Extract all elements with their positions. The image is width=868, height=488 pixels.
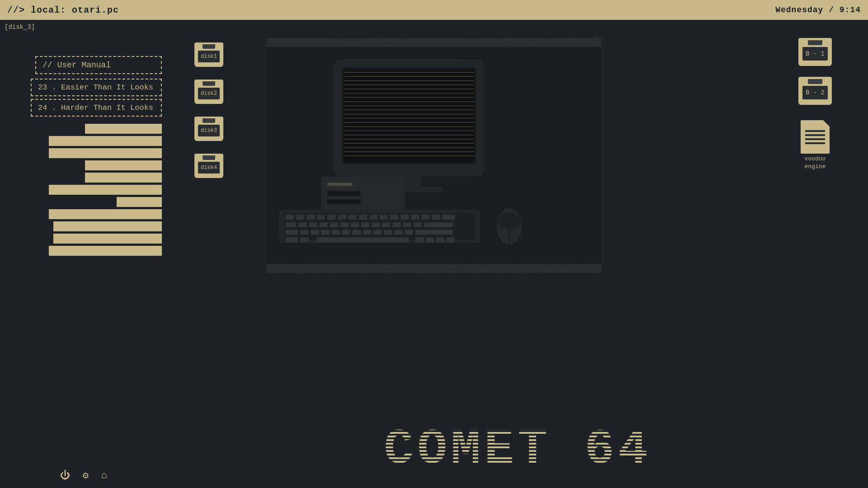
power-icon[interactable]: ⏻ bbox=[60, 469, 70, 482]
bar-row bbox=[7, 185, 162, 195]
bar bbox=[49, 136, 162, 146]
disk-icons-left: disk1 disk2 disk3 di bbox=[194, 42, 223, 178]
bar bbox=[85, 173, 162, 183]
disk4-icon[interactable]: disk4 bbox=[194, 154, 223, 178]
right-icons: B - 1 B - 2 voodo bbox=[798, 38, 832, 171]
sidebar-bottom: ⏻ ⚙ ⌂ bbox=[60, 469, 107, 482]
bar bbox=[49, 185, 162, 195]
bar-row bbox=[7, 197, 162, 207]
bar bbox=[53, 234, 162, 244]
document-label: voodoo engine bbox=[805, 155, 826, 171]
main-area: [disk_3] // User Manual 23 . Easier Than… bbox=[0, 20, 868, 488]
bar-row bbox=[7, 209, 162, 219]
computer-illustration bbox=[267, 38, 601, 273]
bar bbox=[49, 148, 162, 158]
disk1-icon[interactable]: disk1 bbox=[194, 42, 223, 67]
sidebar-item-23[interactable]: 23 . Easier Than It Looks bbox=[31, 79, 162, 96]
disk-b2-icon[interactable]: B - 2 bbox=[798, 77, 832, 105]
bar-row bbox=[7, 124, 162, 134]
bar bbox=[49, 209, 162, 219]
bar-row bbox=[7, 221, 162, 231]
disk-b1-icon[interactable]: B - 1 bbox=[798, 38, 832, 66]
bar-row bbox=[7, 136, 162, 146]
disk2-icon[interactable]: disk2 bbox=[194, 80, 223, 104]
sidebar: [disk_3] // User Manual 23 . Easier Than… bbox=[0, 20, 167, 488]
bar-row bbox=[7, 148, 162, 158]
home-icon[interactable]: ⌂ bbox=[101, 470, 107, 481]
bar bbox=[49, 246, 162, 256]
bar-row bbox=[7, 173, 162, 183]
content-area: disk1 disk2 disk3 di bbox=[167, 20, 868, 488]
bar bbox=[53, 221, 162, 231]
bar-row bbox=[7, 246, 162, 256]
bar bbox=[85, 124, 162, 134]
sidebar-section-title[interactable]: // User Manual bbox=[35, 56, 162, 74]
bar bbox=[85, 160, 162, 170]
disk3-icon[interactable]: disk3 bbox=[194, 117, 223, 141]
bar-chart bbox=[7, 124, 162, 256]
settings-icon[interactable]: ⚙ bbox=[83, 469, 89, 482]
bar-row bbox=[7, 234, 162, 244]
topbar-title: //> local: otari.pc bbox=[7, 5, 119, 15]
svg-rect-86 bbox=[267, 47, 601, 264]
sidebar-item-24[interactable]: 24 . Harder Than It Looks bbox=[31, 99, 162, 117]
bar-row bbox=[7, 160, 162, 170]
document-icon[interactable]: voodoo engine bbox=[801, 120, 830, 171]
bar bbox=[117, 197, 162, 207]
topbar-clock: Wednesday / 9:14 bbox=[775, 5, 861, 14]
topbar: //> local: otari.pc Wednesday / 9:14 bbox=[0, 0, 868, 20]
main-title: COMET 64 bbox=[384, 425, 651, 474]
disk-label: [disk_3] bbox=[5, 23, 35, 31]
